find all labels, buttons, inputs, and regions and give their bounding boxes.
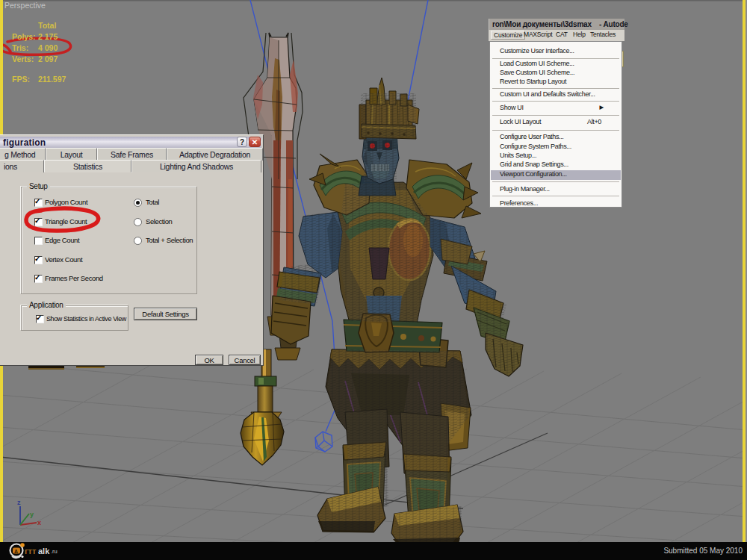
- svg-text:A: A: [14, 549, 18, 554]
- svg-text:alk: alk: [38, 547, 50, 556]
- svg-text:x: x: [37, 519, 41, 526]
- svg-text:z: z: [17, 499, 21, 506]
- svg-text:.ru: .ru: [51, 548, 58, 555]
- svg-text:y: y: [30, 511, 34, 518]
- svg-text:гтт: гтт: [25, 547, 37, 556]
